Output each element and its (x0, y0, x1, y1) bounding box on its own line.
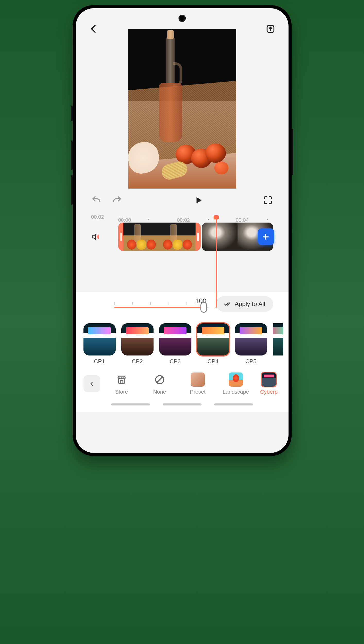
redo-icon (112, 195, 122, 205)
apply-to-all-label: Apply to All (235, 300, 265, 308)
play-button[interactable] (194, 196, 203, 206)
none-icon (154, 374, 165, 385)
ruler-mark: 00:04 (236, 217, 249, 223)
current-time-label: 00:02 (91, 214, 118, 220)
preview-content (159, 37, 182, 142)
clip-thumbnail (202, 223, 238, 251)
category-thumb (229, 372, 243, 387)
camera-notch (179, 15, 186, 22)
nav-pill[interactable] (214, 403, 253, 405)
category-label: Landscape (223, 389, 249, 395)
timeline-ruler: 00:02 00:00 • 00:02 • 00:04 • (76, 213, 289, 223)
clip-thumbnail (123, 223, 159, 251)
double-check-icon (224, 300, 231, 308)
undo-button[interactable] (91, 195, 101, 206)
category-cyberpunk[interactable]: Cyberp (257, 372, 281, 395)
clip-trim-handle-left[interactable] (120, 233, 122, 241)
clip-thumbnail (159, 223, 196, 251)
category-label: Preset (190, 389, 206, 395)
slider-ticks (114, 302, 205, 305)
undo-icon (91, 195, 101, 205)
nav-pill[interactable] (111, 403, 150, 405)
ruler-dot: • (267, 217, 268, 221)
ruler-mark: 00:00 (118, 217, 131, 223)
filter-preset-cp3[interactable]: CP3 (159, 323, 191, 365)
phone-screen-bezel: 00:02 00:00 • 00:02 • 00:04 • (76, 8, 289, 453)
timeline[interactable] (76, 223, 289, 251)
fullscreen-icon (263, 195, 273, 205)
audio-toggle[interactable] (91, 232, 118, 241)
filter-preset-strip[interactable]: CP1 CP2 CP3 CP4 CP5 (76, 319, 289, 367)
filter-preset-cp2[interactable]: CP2 (121, 323, 154, 365)
app-screen: 00:02 00:00 • 00:02 • 00:04 • (76, 8, 289, 453)
category-store[interactable]: Store (105, 372, 138, 395)
filter-preset-cp4[interactable]: CP4 (197, 323, 229, 365)
video-preview[interactable] (128, 29, 236, 189)
filter-category-row: Store None Preset Landscape (76, 367, 289, 399)
category-back-button[interactable] (83, 375, 100, 392)
filter-preset-cp1[interactable]: CP1 (83, 323, 116, 365)
svg-marker-2 (197, 197, 202, 203)
intensity-slider[interactable]: 100 (114, 298, 208, 311)
category-label: Store (115, 389, 128, 395)
svg-rect-6 (120, 380, 123, 383)
clips-track[interactable] (118, 223, 273, 251)
phone-side-button (71, 140, 73, 170)
category-label: None (153, 389, 166, 395)
category-thumb (191, 372, 205, 387)
phone-side-button (71, 106, 73, 121)
speaker-icon (91, 232, 100, 241)
phone-side-button (71, 175, 73, 205)
add-clip-button[interactable] (258, 228, 274, 245)
filter-preset-cp6[interactable] (273, 323, 283, 365)
filter-intensity-row: 100 Apply to All (76, 292, 289, 319)
apply-to-all-button[interactable]: Apply to All (216, 296, 273, 312)
chevron-left-icon (89, 381, 95, 387)
play-icon (194, 196, 203, 205)
phone-side-button (292, 129, 293, 175)
category-label: Cyberp (260, 389, 278, 395)
nav-pill[interactable] (163, 403, 201, 405)
preview-content (214, 162, 228, 174)
ruler-dot: • (148, 217, 149, 221)
nav-indicator (76, 399, 289, 412)
filter-preset-cp5[interactable]: CP5 (235, 323, 267, 365)
category-landscape[interactable]: Landscape (219, 372, 253, 395)
video-preview-area (76, 29, 289, 189)
ruler-dot: • (208, 217, 209, 221)
timeline-spacer (76, 251, 289, 292)
slider-fill (114, 307, 204, 308)
fullscreen-button[interactable] (263, 195, 273, 206)
category-preset[interactable]: Preset (181, 372, 215, 395)
playback-controls (76, 189, 289, 213)
category-none[interactable]: None (143, 372, 176, 395)
slider-track[interactable] (114, 307, 208, 308)
svg-line-8 (157, 377, 162, 382)
svg-marker-3 (92, 234, 96, 239)
category-thumb (262, 372, 276, 387)
clip-selected[interactable] (118, 223, 201, 251)
phone-frame: 00:02 00:00 • 00:02 • 00:04 • (73, 5, 292, 456)
ruler-mark: 00:02 (177, 217, 190, 223)
store-icon (116, 374, 127, 385)
redo-button[interactable] (112, 195, 122, 206)
slider-thumb[interactable] (200, 302, 207, 313)
clip-trim-handle-right[interactable] (197, 233, 199, 241)
plus-icon (262, 233, 270, 241)
